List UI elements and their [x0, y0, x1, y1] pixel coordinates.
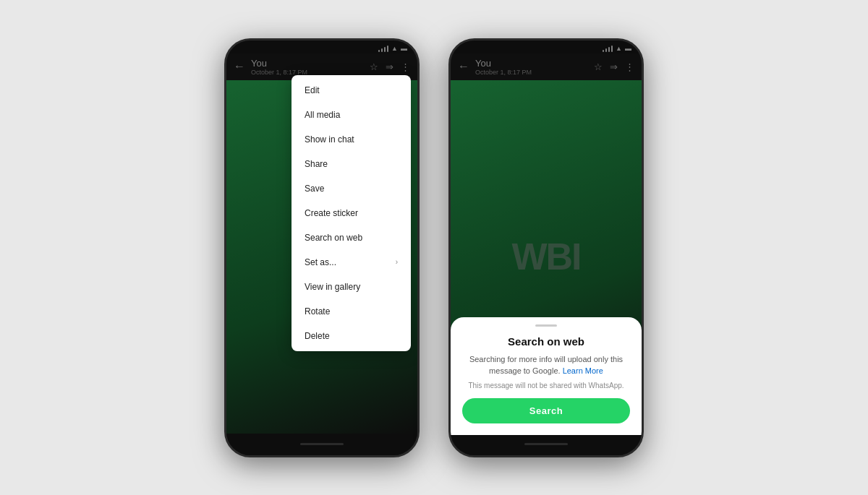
menu-item-search-on-web[interactable]: Search on web	[292, 225, 411, 250]
menu-item-rotate[interactable]: Rotate	[292, 299, 411, 324]
sheet-note: This message will not be shared with Wha…	[462, 382, 630, 389]
set-as-chevron: ›	[396, 258, 398, 266]
learn-more-link[interactable]: Learn More	[563, 366, 603, 375]
menu-item-view-in-gallery[interactable]: View in gallery	[292, 275, 411, 299]
menu-item-save[interactable]: Save	[292, 176, 411, 201]
menu-item-set-as[interactable]: Set as... ›	[292, 250, 411, 275]
phone-right-device: ▲ ▬ ← You October 1, 8:17 PM ☆ ⇒ ⋮	[448, 38, 644, 457]
phone-right: ▲ ▬ ← You October 1, 8:17 PM ☆ ⇒ ⋮	[448, 38, 644, 457]
sheet-handle	[535, 324, 557, 327]
phone-right-screen: ▲ ▬ ← You October 1, 8:17 PM ☆ ⇒ ⋮	[451, 40, 642, 455]
menu-item-share[interactable]: Share	[292, 152, 411, 176]
menu-item-delete[interactable]: Delete	[292, 324, 411, 348]
menu-item-all-media[interactable]: All media	[292, 103, 411, 127]
sheet-description: Searching for more info will upload only…	[462, 353, 630, 377]
phone-left: ▲ ▬ ← You October 1, 8:17 PM ☆ ⇒ ⋮	[224, 38, 420, 457]
menu-item-edit[interactable]: Edit	[292, 78, 411, 103]
sheet-title: Search on web	[462, 335, 630, 348]
context-menu: Edit All media Show in chat Share Save C…	[292, 75, 411, 351]
search-button[interactable]: Search	[462, 398, 630, 423]
bottom-sheet: Search on web Searching for more info wi…	[451, 317, 642, 435]
phone-left-screen: ▲ ▬ ← You October 1, 8:17 PM ☆ ⇒ ⋮	[226, 40, 417, 455]
phone-left-device: ▲ ▬ ← You October 1, 8:17 PM ☆ ⇒ ⋮	[224, 38, 420, 457]
menu-item-create-sticker[interactable]: Create sticker	[292, 201, 411, 225]
menu-item-show-in-chat[interactable]: Show in chat	[292, 127, 411, 152]
